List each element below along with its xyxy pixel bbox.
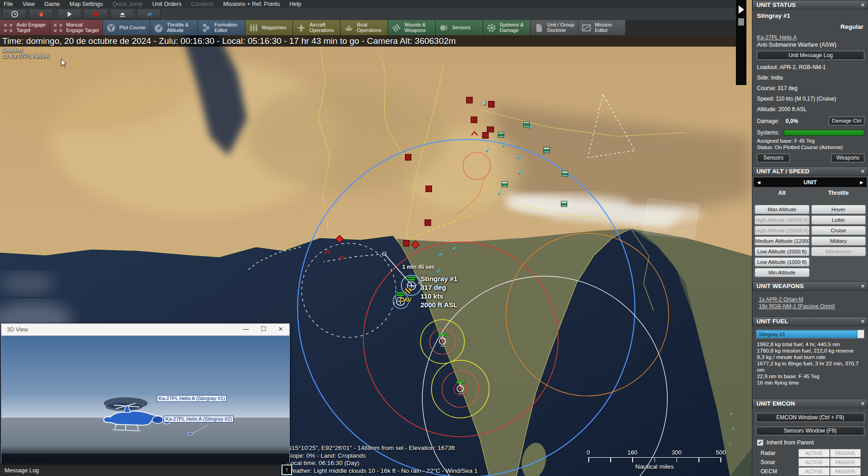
toolbar-button-mission[interactable]: Mission Editor bbox=[578, 20, 626, 35]
hostile-installation-icon[interactable] bbox=[488, 101, 495, 107]
throttle-button-cruise[interactable]: Cruise bbox=[811, 226, 866, 235]
3d-view-titlebar[interactable]: 3D View — ☐ ✕ bbox=[1, 324, 289, 336]
toolbar-button-mounts-[interactable]: Mounts & Weapons bbox=[388, 20, 436, 35]
alt-button-medium-altitude-12000-ft-[interactable]: Medium Altitude (12000 ft) bbox=[755, 236, 809, 246]
scale-tick-label: 160 bbox=[628, 449, 638, 456]
unit-weapons-title: UNIT WEAPONS bbox=[756, 283, 804, 289]
friendly-surface-symbol[interactable] bbox=[437, 334, 448, 348]
collapse-icon[interactable]: « bbox=[859, 170, 866, 173]
collapse-icon[interactable]: « bbox=[859, 402, 866, 405]
emcon-sensor-label: OECM bbox=[761, 468, 798, 475]
hostile-installation-icon[interactable] bbox=[471, 117, 477, 123]
alt-button-max-altitude[interactable]: Max Altitude bbox=[755, 205, 809, 214]
menu-item-unit-orders[interactable]: Unit Orders bbox=[152, 1, 181, 7]
hostile-installation-icon[interactable] bbox=[482, 132, 489, 139]
alt-button-min-altitude[interactable]: Min Altitude bbox=[755, 268, 809, 277]
toolbar-button-formation[interactable]: Formation Editor bbox=[198, 20, 245, 35]
hostile-installation-icon[interactable] bbox=[466, 97, 473, 103]
toolbar-button-auto-engage[interactable]: Auto Engage Target bbox=[0, 20, 50, 35]
toolbar-button-throttle-[interactable]: Throttle & Altitude bbox=[150, 20, 198, 35]
section-header-alt-speed[interactable]: UNIT ALT / SPEED « bbox=[752, 166, 868, 176]
throttle-button-loiter[interactable]: Loiter bbox=[811, 215, 866, 225]
dropdown-icon[interactable] bbox=[857, 330, 864, 338]
sensors-window-button[interactable]: Sensors Window (F9) bbox=[756, 427, 864, 435]
sensors-icon bbox=[438, 23, 449, 33]
sensors-button[interactable]: Sensors bbox=[757, 154, 790, 162]
emcon-passive-button-oecm[interactable]: PASSIVE bbox=[830, 467, 861, 476]
toolbar-button-aircraft[interactable]: Aircraft Operations bbox=[293, 20, 341, 35]
fuel-info-line: 22,9 nm to base: F 45 Teg bbox=[757, 373, 865, 380]
throttle-button-military[interactable]: Military bbox=[811, 236, 866, 246]
hostile-installation-icon[interactable] bbox=[425, 219, 431, 226]
unit-type-link[interactable]: Ka-27PL Helix A bbox=[757, 34, 797, 41]
alt-button-low-altitude-1000-ft-[interactable]: Low Altitude (1000 ft) bbox=[755, 257, 809, 267]
message-log-expand-button[interactable]: ↑ bbox=[282, 465, 292, 475]
collapse-icon[interactable]: « bbox=[859, 3, 866, 6]
emcon-passive-button-sonar[interactable]: PASSIVE bbox=[830, 458, 861, 466]
unit-message-log-button[interactable]: Unit Message Log bbox=[757, 51, 864, 60]
toolbar-button-systems-[interactable]: Systems & Damage bbox=[483, 20, 531, 35]
quick-button-flame-icon[interactable] bbox=[29, 9, 53, 19]
quick-button-record-icon[interactable] bbox=[84, 9, 108, 19]
menu-item-view[interactable]: View bbox=[22, 1, 35, 7]
3d-view-canvas[interactable]: Ka-27PL Helix A (Stingray #1) Ka-27PL He… bbox=[1, 336, 289, 463]
minimize-icon[interactable]: — bbox=[237, 324, 255, 336]
maximize-icon[interactable]: ☐ bbox=[255, 324, 272, 336]
menu-item-missions-ref-points[interactable]: Missions + Ref. Points bbox=[223, 1, 280, 7]
emcon-active-button-sonar[interactable]: ACTIVE bbox=[799, 458, 830, 466]
scale-tick-label: 0 bbox=[586, 449, 590, 456]
hostile-installation-icon[interactable] bbox=[405, 154, 411, 160]
weapon-link[interactable]: 1x APR-2 Orlan-M bbox=[759, 296, 864, 303]
alt-column-header: Alt bbox=[754, 190, 810, 196]
unit-proficiency: Regular bbox=[757, 23, 864, 30]
throttle-button-hover[interactable]: Hover bbox=[811, 205, 866, 214]
menu-item-map-settings[interactable]: Map Settings bbox=[69, 1, 103, 7]
section-header-unit-emcon[interactable]: UNIT EMCON « bbox=[752, 399, 868, 408]
menu-item-game[interactable]: Game bbox=[44, 1, 60, 7]
sensor-emitter-icon bbox=[435, 251, 443, 258]
scale-tick-label: 500 bbox=[716, 449, 726, 456]
toolbar-button-boat[interactable]: Boat Operations bbox=[341, 20, 388, 35]
hostile-installation-icon[interactable] bbox=[403, 240, 410, 246]
emcon-row-oecm: OECMACTIVEPASSIVE bbox=[761, 467, 861, 476]
toolbar-button-sensors[interactable]: Sensors bbox=[436, 20, 483, 35]
inherit-checkbox[interactable]: ✔ bbox=[757, 439, 763, 446]
menu-item-help[interactable]: Help bbox=[289, 1, 301, 7]
message-log-bar[interactable]: Message Log bbox=[0, 464, 280, 476]
alt-button-low-altitude-2000-ft-[interactable]: Low Altitude (2000 ft) bbox=[755, 247, 809, 256]
clock-icon bbox=[11, 11, 18, 18]
unit-altitude: Altitude: 2000 ft ASL bbox=[757, 106, 864, 112]
sidebar-expand-icon[interactable] bbox=[739, 5, 744, 14]
toolbar-button-unit-group[interactable]: Unit / Group Doctrine bbox=[531, 20, 578, 35]
close-icon[interactable]: ✕ bbox=[272, 324, 289, 336]
fuel-info-line: 1780,8 kg mission fuel, 212,0 kg reserve bbox=[757, 348, 865, 354]
section-header-unit-status[interactable]: UNIT STATUS « bbox=[752, 0, 868, 10]
friendly-surface-symbol[interactable] bbox=[454, 381, 466, 395]
sidebar-scroll-thumb[interactable] bbox=[738, 18, 744, 26]
toolbar-button-magazines[interactable]: Magazines bbox=[245, 20, 293, 35]
emcon-active-button-oecm[interactable]: ACTIVE bbox=[799, 467, 830, 476]
collapse-icon[interactable]: « bbox=[859, 284, 866, 288]
fuel-unit-selector[interactable]: Stingray #1 bbox=[756, 330, 864, 338]
damage-ctrl-button[interactable]: Damage Ctrl bbox=[829, 117, 864, 125]
weapon-link[interactable]: 18x RGB-NM-1 [Passive Omni] bbox=[759, 303, 864, 310]
quick-button-jump-icon[interactable] bbox=[137, 9, 161, 19]
scope-prev-arrow[interactable]: ◄ bbox=[754, 179, 764, 186]
menu-item-file[interactable]: File bbox=[4, 1, 13, 7]
weapons-button[interactable]: Weapons bbox=[831, 154, 864, 162]
toolbar-button-manual[interactable]: Manual Engage Target bbox=[50, 20, 103, 35]
hostile-installation-icon[interactable] bbox=[426, 186, 432, 192]
scope-next-arrow[interactable]: ► bbox=[857, 179, 867, 186]
quick-button-clock-icon[interactable] bbox=[2, 9, 27, 19]
emcon-window-button[interactable]: EMCON Window (Ctrl + F9) bbox=[756, 413, 864, 422]
emcon-passive-button-radar[interactable]: PASSIVE bbox=[830, 449, 861, 457]
emcon-active-button-radar[interactable]: ACTIVE bbox=[799, 449, 830, 457]
section-header-unit-fuel[interactable]: UNIT FUEL « bbox=[752, 316, 868, 326]
toolbar-button-plot-course[interactable]: Plot Course bbox=[103, 20, 150, 35]
sensor-emitter-icon bbox=[449, 245, 457, 251]
collapse-icon[interactable]: « bbox=[859, 320, 866, 323]
section-header-unit-weapons[interactable]: UNIT WEAPONS « bbox=[752, 281, 868, 291]
play-icon bbox=[66, 11, 73, 18]
quick-button-layers-icon[interactable] bbox=[110, 9, 134, 19]
quick-button-play-icon[interactable] bbox=[57, 9, 81, 19]
